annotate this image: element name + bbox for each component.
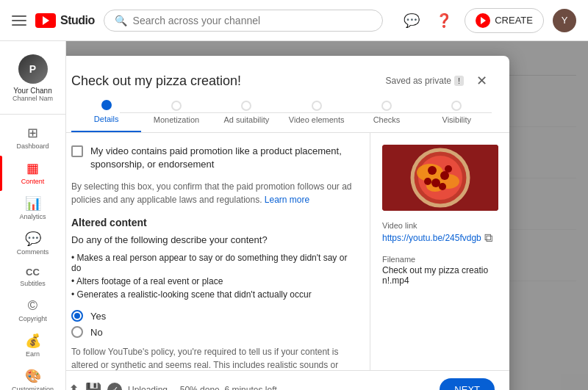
create-button[interactable]: CREATE <box>465 8 544 33</box>
tab-video-elements[interactable]: Video elements <box>282 101 351 131</box>
radio-no-label: No <box>90 327 103 338</box>
upload-status: Uploading ... 50% done, 6 minutes left <box>128 385 277 391</box>
sidebar-item-subtitles[interactable]: CC Subtitles <box>0 261 65 293</box>
tab-details[interactable]: Details <box>71 100 141 132</box>
upload-modal: Check out my pizza creation! Saved as pr… <box>66 56 509 390</box>
save-icon[interactable]: 💾 <box>85 382 101 391</box>
radio-yes-label: Yes <box>90 311 106 322</box>
modal-header: Check out my pizza creation! Saved as pr… <box>66 56 509 91</box>
search-input[interactable] <box>133 15 372 26</box>
tab-dot-details <box>101 100 112 110</box>
tab-label-visibility: Visibility <box>442 115 472 124</box>
tab-dot-visibility <box>451 101 462 111</box>
radio-no-row[interactable]: No <box>71 326 352 338</box>
filename-section: Filename Check out my pizza creation!.mp… <box>382 255 498 286</box>
youtube-icon <box>35 13 56 28</box>
modal-right: Video link https://youtu.be/245fvdgb ⧉ F… <box>370 133 509 370</box>
sidebar-item-content[interactable]: ▦ Content <box>0 156 65 191</box>
analytics-icon: 📊 <box>25 197 41 210</box>
studio-label: Studio <box>60 14 95 27</box>
filename-value: Check out my pizza creation!.mp4 <box>382 265 498 286</box>
notifications-icon[interactable]: 💬 <box>400 9 423 32</box>
channel-sub: Channel Nam <box>12 95 53 102</box>
saved-badge: Saved as private ! <box>386 76 464 86</box>
video-thumbnail <box>382 145 498 211</box>
footer-right: NEXT <box>440 378 495 390</box>
altered-bullets-list: Makes a real person appear to say or do … <box>71 251 352 301</box>
paid-promotion-learn-more[interactable]: Learn more <box>265 195 309 205</box>
content-area: Views Comments 12,345 345 12,345 345 12,… <box>66 41 588 390</box>
progress-check-icon <box>107 383 122 391</box>
create-label: CREATE <box>495 15 533 26</box>
sidebar: P Your Chann Channel Nam ⊞ Dashboard ▦ C… <box>0 41 66 390</box>
copy-icon[interactable]: ⧉ <box>484 231 492 245</box>
main-layout: P Your Chann Channel Nam ⊞ Dashboard ▦ C… <box>0 41 588 390</box>
modal-left: My video contains paid promotion like a … <box>66 133 370 370</box>
channel-name: Your Chann <box>13 87 51 95</box>
filename-label: Filename <box>382 255 498 264</box>
sidebar-item-comments[interactable]: 💬 Comments <box>0 226 65 261</box>
sidebar-item-customization[interactable]: 🎨 Customization <box>0 364 65 390</box>
video-link-label: Video link <box>382 221 498 230</box>
modal-footer: ⬆ 💾 Uploading ... 50% done, 6 minutes le… <box>66 370 509 390</box>
topbar: Studio 🔍 💬 ❓ CREATE Y <box>0 0 588 41</box>
dashboard-icon: ⊞ <box>27 126 38 140</box>
tab-label-ad: Ad suitability <box>223 115 269 124</box>
svg-point-10 <box>424 178 431 185</box>
channel-info[interactable]: P Your Chann Channel Nam <box>0 47 65 115</box>
tab-dot-checks <box>381 101 392 111</box>
tab-dot-elements <box>312 101 322 111</box>
radio-yes-inner <box>74 313 80 319</box>
help-icon[interactable]: ❓ <box>432 9 456 32</box>
tab-navigation: Details Monetization Ad suitability Vide… <box>66 91 509 133</box>
bullet-item: Generates a realistic-looking scene that… <box>71 288 352 301</box>
altered-content-question: Do any of the following describe your co… <box>71 234 352 245</box>
paid-promotion-helper: By selecting this box, you confirm that … <box>71 180 352 206</box>
tab-dot-monetization <box>171 101 182 111</box>
upload-arrow-icon[interactable]: ⬆ <box>68 382 79 391</box>
altered-content-title: Altered content <box>71 217 352 228</box>
paid-promotion-row: My video contains paid promotion like a … <box>71 145 352 171</box>
tab-checks[interactable]: Checks <box>351 101 421 131</box>
bullet-item: Alters footage of a real event or place <box>71 275 352 288</box>
svg-point-9 <box>445 165 452 173</box>
alert-badge: ! <box>454 76 464 86</box>
search-icon: 🔍 <box>115 15 127 26</box>
footer-left: ⬆ 💾 Uploading ... 50% done, 6 minutes le… <box>68 382 277 391</box>
tab-ad-suitability[interactable]: Ad suitability <box>212 101 282 131</box>
subtitles-icon: CC <box>26 267 40 277</box>
tab-dot-ad <box>241 101 251 111</box>
tab-label-details: Details <box>94 115 119 123</box>
sidebar-item-analytics[interactable]: 📊 Analytics <box>0 191 65 226</box>
topbar-right: 💬 ❓ CREATE Y <box>400 8 576 33</box>
svg-point-11 <box>439 183 446 190</box>
logo: Studio <box>35 13 95 28</box>
radio-yes-row[interactable]: Yes <box>71 310 352 322</box>
search-bar[interactable]: 🔍 <box>104 10 383 32</box>
channel-avatar: P <box>18 54 48 84</box>
avatar[interactable]: Y <box>553 9 576 32</box>
comments-icon: 💬 <box>25 232 41 245</box>
sidebar-item-dashboard[interactable]: ⊞ Dashboard <box>0 120 65 156</box>
paid-promotion-checkbox[interactable] <box>71 145 83 157</box>
copyright-icon: © <box>28 299 37 312</box>
content-icon: ▦ <box>26 162 39 175</box>
sidebar-item-earn[interactable]: 💰 Earn <box>0 328 65 364</box>
tab-monetization[interactable]: Monetization <box>141 101 211 131</box>
pizza-image <box>382 145 498 211</box>
next-button[interactable]: NEXT <box>440 378 495 390</box>
video-link[interactable]: https://youtu.be/245fvdgb <box>382 233 481 243</box>
tab-label-elements: Video elements <box>289 115 345 124</box>
bullet-item: Makes a real person appear to say or do … <box>71 251 352 275</box>
close-button[interactable]: ✕ <box>471 71 492 91</box>
modal-header-right: Saved as private ! ✕ <box>386 71 492 91</box>
tab-label-monetization: Monetization <box>154 115 199 124</box>
tab-visibility[interactable]: Visibility <box>422 101 492 131</box>
radio-yes-outer <box>71 310 83 322</box>
create-icon <box>476 13 490 28</box>
svg-point-6 <box>428 166 437 175</box>
sidebar-item-copyright[interactable]: © Copyright <box>0 293 65 328</box>
customization-icon: 🎨 <box>25 369 41 383</box>
video-link-row: https://youtu.be/245fvdgb ⧉ <box>382 231 498 245</box>
menu-icon[interactable] <box>12 15 26 26</box>
